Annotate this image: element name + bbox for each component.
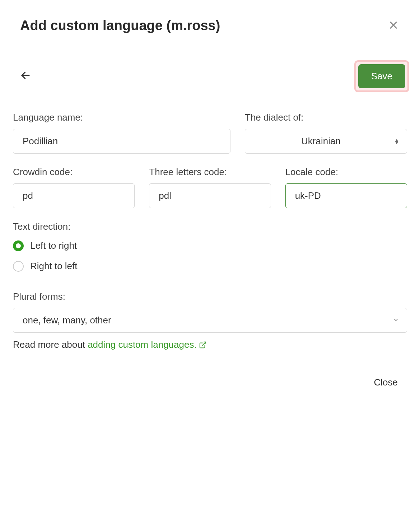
three-letters-code-field: Three letters code: xyxy=(149,167,271,208)
help-prefix: Read more about xyxy=(13,339,88,350)
language-name-label: Language name: xyxy=(13,112,230,123)
modal-header: Add custom language (m.ross) xyxy=(0,0,420,33)
help-link[interactable]: adding custom languages. xyxy=(88,339,207,350)
three-letters-code-input[interactable] xyxy=(149,183,271,208)
external-link-icon xyxy=(199,340,207,351)
svg-line-3 xyxy=(202,342,206,346)
close-button[interactable]: Close xyxy=(372,377,400,388)
language-name-field: Language name: xyxy=(13,112,230,154)
form-body: Language name: The dialect of: Ukrainian… xyxy=(0,101,420,351)
dialect-of-field: The dialect of: Ukrainian ▲▼ xyxy=(245,112,407,154)
save-button[interactable]: Save xyxy=(358,64,405,88)
text-direction-ltr-label: Left to right xyxy=(30,240,77,251)
dialect-of-select[interactable]: Ukrainian xyxy=(245,129,407,154)
close-icon[interactable] xyxy=(387,18,400,33)
text-direction-label: Text direction: xyxy=(13,221,407,232)
plural-forms-label: Plural forms: xyxy=(13,291,407,302)
add-custom-language-modal: Add custom language (m.ross) Save Langua… xyxy=(0,0,420,403)
modal-footer: Close xyxy=(0,351,420,388)
crowdin-code-input[interactable] xyxy=(13,183,135,208)
text-direction-ltr-radio[interactable]: Left to right xyxy=(13,240,407,251)
text-direction-rtl-radio[interactable]: Right to left xyxy=(13,261,407,272)
plural-forms-select[interactable]: one, few, many, other xyxy=(13,308,407,333)
save-button-highlight: Save xyxy=(354,60,409,92)
modal-toolbar: Save xyxy=(0,33,420,101)
three-letters-code-label: Three letters code: xyxy=(149,167,271,178)
text-direction-group: Left to right Right to left xyxy=(13,240,407,281)
locale-code-label: Locale code: xyxy=(285,167,407,178)
crowdin-code-label: Crowdin code: xyxy=(13,167,135,178)
language-name-input[interactable] xyxy=(13,129,230,154)
locale-code-field: Locale code: xyxy=(285,167,407,208)
radio-checked-icon xyxy=(13,240,24,251)
locale-code-input[interactable] xyxy=(285,183,407,208)
dialect-of-label: The dialect of: xyxy=(245,112,407,123)
text-direction-rtl-label: Right to left xyxy=(30,261,78,272)
modal-title: Add custom language (m.ross) xyxy=(20,18,220,33)
back-arrow-icon[interactable] xyxy=(20,70,31,83)
crowdin-code-field: Crowdin code: xyxy=(13,167,135,208)
help-text: Read more about adding custom languages. xyxy=(13,339,407,351)
radio-unchecked-icon xyxy=(13,261,24,272)
